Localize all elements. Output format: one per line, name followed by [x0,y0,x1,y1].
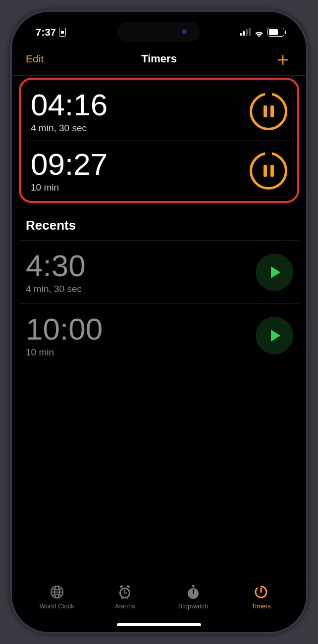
battery-icon: 58 [267,28,287,37]
active-timer-row[interactable]: 04:16 4 min, 30 sec [25,82,293,141]
dynamic-island [117,22,201,42]
tab-world-clock[interactable]: World Clock [23,584,91,632]
page-title: Timers [12,52,306,65]
pause-icon [264,165,274,177]
recent-time: 4:30 [26,249,256,282]
divider [12,75,306,76]
pause-button[interactable] [250,93,287,130]
status-right: 58 [240,28,287,37]
recent-duration: 10 min [26,347,256,358]
timer-duration: 4 min, 30 sec [31,123,250,134]
play-button[interactable] [256,253,293,291]
screen: 7:37 58 Edit [12,12,306,632]
svg-rect-4 [120,585,123,588]
edit-button[interactable]: Edit [26,53,44,65]
globe-icon [49,584,65,600]
volume-up-key [10,160,11,201]
silence-switch [10,121,11,143]
svg-rect-9 [121,598,123,599]
svg-rect-12 [193,586,194,588]
add-timer-button[interactable]: ＋ [273,50,292,68]
timer-icon [253,584,269,600]
active-timers-highlight: 04:16 4 min, 30 sec 09:27 10 min [19,78,299,203]
svg-rect-5 [127,585,130,588]
stopwatch-icon [185,584,201,600]
recent-time: 10:00 [26,313,256,345]
pause-button[interactable] [250,152,287,190]
active-timer-row[interactable]: 09:27 10 min [25,141,293,200]
play-icon [271,266,280,278]
svg-rect-8 [124,593,127,594]
tab-label: Timers [252,602,271,610]
power-key [307,170,308,235]
alarm-clock-icon [117,584,133,600]
recent-timer-row[interactable]: 4:30 4 min, 30 sec [19,240,299,303]
cellular-icon [240,29,251,36]
tab-label: Stopwatch [178,602,208,610]
timer-duration: 10 min [31,182,250,193]
battery-percent: 58 [272,29,279,36]
pause-icon [264,105,274,117]
timer-remaining: 09:27 [31,148,250,180]
volume-down-key [10,210,11,250]
svg-rect-14 [193,589,194,594]
plus-icon: ＋ [273,49,292,69]
svg-rect-10 [127,598,128,599]
tab-timers[interactable]: Timers [227,584,296,632]
timer-remaining: 04:16 [31,89,250,121]
privacy-indicator-icon [59,28,66,37]
nav-header: Edit Timers ＋ [12,46,306,75]
recent-timer-row[interactable]: 10:00 10 min [19,303,299,367]
wifi-icon [254,29,264,36]
tab-label: World Clock [40,602,74,610]
recents-list: 4:30 4 min, 30 sec 10:00 10 min [12,240,306,367]
status-time: 7:37 [36,27,56,38]
camera-dot [182,29,187,34]
play-icon [271,330,280,342]
status-left: 7:37 [36,27,66,38]
home-indicator[interactable] [117,623,201,626]
recents-title: Recents [12,205,306,240]
play-button[interactable] [256,317,293,354]
recent-duration: 4 min, 30 sec [26,284,256,295]
tab-label: Alarms [115,602,135,610]
phone-frame: 7:37 58 Edit [10,10,308,634]
